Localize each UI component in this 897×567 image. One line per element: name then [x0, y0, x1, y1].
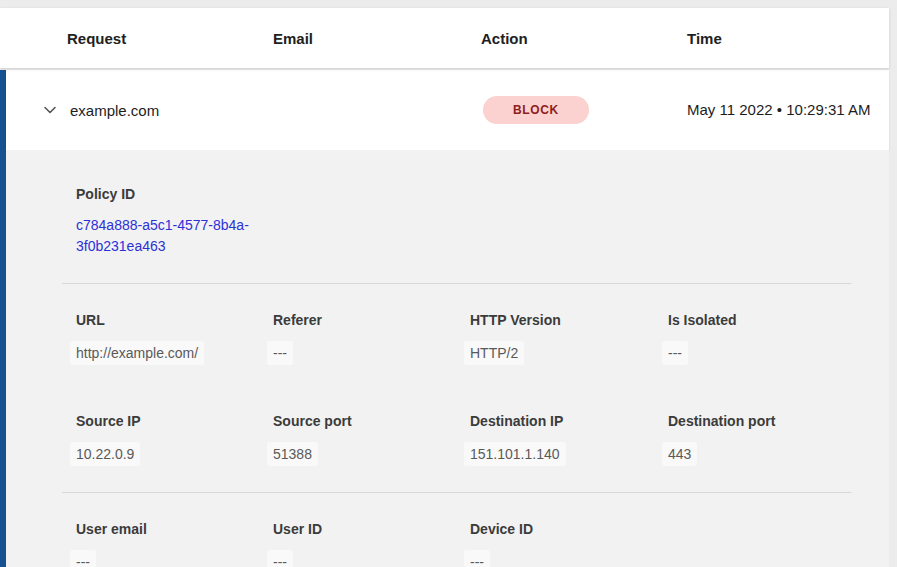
- field-referer: Referer ---: [273, 312, 470, 365]
- chevron-down-icon: [42, 102, 58, 118]
- field-value: 10.22.0.9: [70, 442, 140, 466]
- policy-id-link[interactable]: c784a888-a5c1-4577-8b4a-3f0b231ea463: [76, 215, 276, 257]
- field-label: URL: [76, 312, 273, 329]
- field-label: Destination port: [668, 413, 851, 430]
- field-label: Source IP: [76, 413, 273, 430]
- log-table: Request Email Action Time example.com BL…: [0, 8, 889, 567]
- field-value: 443: [662, 442, 697, 466]
- field-destination-ip: Destination IP 151.101.1.140: [470, 413, 668, 466]
- field-source-port: Source port 51388: [273, 413, 470, 466]
- field-value: ---: [70, 550, 96, 567]
- field-destination-port: Destination port 443: [668, 413, 851, 466]
- field-value: ---: [662, 341, 688, 365]
- field-url: URL http://example.com/: [76, 312, 273, 365]
- field-label: Device ID: [470, 521, 668, 538]
- row-expand-toggle[interactable]: [42, 102, 70, 118]
- status-badge-block: BLOCK: [483, 96, 589, 124]
- http-fields-grid: URL http://example.com/ Referer --- HTTP…: [6, 284, 889, 466]
- field-label: Is Isolated: [668, 312, 851, 329]
- field-label: User email: [76, 521, 273, 538]
- table-row[interactable]: example.com BLOCK May 11 2022 • 10:29:31…: [6, 70, 889, 150]
- field-value: ---: [267, 550, 293, 567]
- field-is-isolated: Is Isolated ---: [668, 312, 851, 365]
- field-http-version: HTTP Version HTTP/2: [470, 312, 668, 365]
- field-value: ---: [267, 341, 293, 365]
- field-source-ip: Source IP 10.22.0.9: [76, 413, 273, 466]
- policy-section: Policy ID c784a888-a5c1-4577-8b4a-3f0b23…: [6, 150, 889, 257]
- field-value: ---: [464, 550, 490, 567]
- field-label: Referer: [273, 312, 470, 329]
- field-value: HTTP/2: [464, 341, 524, 365]
- table-header-row: Request Email Action Time: [0, 8, 889, 68]
- row-detail-panel: Policy ID c784a888-a5c1-4577-8b4a-3f0b23…: [6, 150, 889, 567]
- row-action-cell: BLOCK: [481, 96, 687, 124]
- field-value: http://example.com/: [70, 341, 204, 365]
- column-header-action: Action: [481, 30, 687, 47]
- column-header-email: Email: [273, 30, 481, 47]
- column-header-time: Time: [687, 30, 889, 47]
- field-user-id: User ID ---: [273, 521, 470, 567]
- row-request-value: example.com: [70, 102, 273, 119]
- field-user-email: User email ---: [76, 521, 273, 567]
- field-label: Source port: [273, 413, 470, 430]
- user-fields-grid: User email --- User ID --- Device ID ---: [6, 493, 889, 567]
- field-value: 151.101.1.140: [464, 442, 566, 466]
- field-value: 51388: [267, 442, 318, 466]
- expanded-row-group: example.com BLOCK May 11 2022 • 10:29:31…: [0, 70, 889, 567]
- row-time-value: May 11 2022 • 10:29:31 AM: [687, 98, 889, 122]
- field-label: User ID: [273, 521, 470, 538]
- column-header-request: Request: [67, 30, 273, 47]
- field-label: Destination IP: [470, 413, 668, 430]
- field-label: HTTP Version: [470, 312, 668, 329]
- policy-id-label: Policy ID: [76, 186, 845, 203]
- field-device-id: Device ID ---: [470, 521, 668, 567]
